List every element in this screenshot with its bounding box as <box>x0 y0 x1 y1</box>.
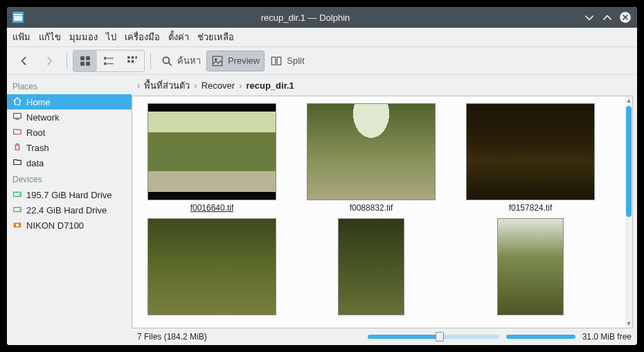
free-space-bar <box>506 335 575 339</box>
menu-file[interactable]: แฟ้ม <box>12 30 30 44</box>
svg-rect-13 <box>132 56 134 58</box>
zoom-slider[interactable] <box>368 335 499 339</box>
svg-rect-11 <box>107 63 114 64</box>
sidebar-item-label: data <box>26 158 44 168</box>
menu-tools[interactable]: เครื่องมือ <box>125 30 160 44</box>
view-mode-group <box>73 50 145 72</box>
forward-button[interactable] <box>37 51 61 71</box>
split-button[interactable]: Split <box>266 51 308 71</box>
svg-rect-10 <box>104 62 106 64</box>
svg-rect-12 <box>127 56 129 58</box>
menu-edit[interactable]: แก้ไข <box>39 30 61 44</box>
file-thumbnail[interactable] <box>305 218 437 315</box>
breadcrumb-recover[interactable]: Recover <box>202 80 235 91</box>
breadcrumb-home[interactable]: พื้นที่ส่วนตัว <box>144 78 190 93</box>
sidebar-item-trash[interactable]: Trash <box>7 140 132 155</box>
thumbnail-image <box>147 103 276 200</box>
file-name-label: f0016640.tif <box>190 203 234 213</box>
home-icon <box>12 96 22 108</box>
scroll-thumb[interactable] <box>626 106 632 217</box>
sidebar-item-home[interactable]: Home <box>7 94 132 109</box>
thumbnail-image <box>497 218 564 315</box>
device-label: NIKON D7100 <box>26 220 84 231</box>
chevron-right-icon: › <box>137 80 140 91</box>
vertical-scrollbar[interactable]: ▲ ▼ <box>625 96 632 328</box>
sidebar-item-label: Network <box>26 112 60 123</box>
separator <box>150 53 151 69</box>
device-item[interactable]: NIKON D7100 <box>7 218 132 233</box>
maximize-button[interactable] <box>601 11 614 24</box>
menubar: แฟ้ม แก้ไข มุมมอง ไป เครื่องมือ ตั้งค่า … <box>7 28 637 47</box>
svg-rect-9 <box>107 58 114 58</box>
folder-icon <box>12 157 22 169</box>
menu-settings[interactable]: ตั้งค่า <box>168 30 189 44</box>
sidebar-item-label: Home <box>26 97 51 107</box>
file-name-label: f0157824.tif <box>509 203 553 213</box>
search-label: ค้นหา <box>177 53 201 68</box>
svg-point-26 <box>19 194 21 195</box>
thumbnail-image <box>338 218 404 315</box>
file-name-label: f0088832.tif <box>350 203 393 213</box>
window-title: recup_dir.1 — Dolphin <box>28 12 583 23</box>
sidebar-item-network[interactable]: Network <box>7 109 132 125</box>
device-item[interactable]: 22.4 GiB Hard Drive <box>7 202 132 218</box>
sidebar-item-root[interactable]: Root <box>7 125 132 140</box>
camera-icon <box>12 220 22 231</box>
minimize-button[interactable] <box>583 11 596 24</box>
places-panel: Places HomeNetworkRootTrashdata Devices … <box>7 75 132 345</box>
svg-rect-4 <box>80 56 84 60</box>
svg-rect-7 <box>86 62 90 66</box>
chevron-right-icon: › <box>239 80 242 91</box>
scroll-down-icon[interactable]: ▼ <box>625 319 632 328</box>
svg-rect-6 <box>80 62 84 66</box>
split-label: Split <box>287 55 304 66</box>
thumbnail-image <box>307 103 436 200</box>
file-thumbnail[interactable] <box>465 218 596 315</box>
icons-view-button[interactable] <box>73 51 97 71</box>
free-space-label: 31.0 MiB free <box>582 332 632 342</box>
drive-icon <box>12 189 22 201</box>
file-thumbnail[interactable]: f0157824.tif <box>465 103 596 213</box>
close-button[interactable] <box>619 11 632 24</box>
drive-icon <box>12 204 22 216</box>
device-item[interactable]: 195.7 GiB Hard Drive <box>7 187 132 202</box>
thumbnail-image <box>466 103 595 200</box>
file-thumbnail[interactable] <box>146 218 278 315</box>
file-thumbnail[interactable]: f0088832.tif <box>305 103 437 213</box>
svg-rect-5 <box>86 56 90 60</box>
svg-rect-16 <box>132 60 134 62</box>
file-view: f0016640.tiff0088832.tiff0157824.tif ▲ ▼ <box>132 96 633 328</box>
preview-button[interactable]: Preview <box>206 51 265 71</box>
devices-header: Devices <box>7 170 132 187</box>
sidebar-item-data[interactable]: data <box>7 155 132 170</box>
app-icon <box>12 12 24 23</box>
menu-go[interactable]: ไป <box>106 30 116 44</box>
scroll-up-icon[interactable]: ▲ <box>625 96 632 105</box>
sidebar-item-label: Trash <box>26 143 49 153</box>
preview-label: Preview <box>228 55 260 66</box>
breadcrumb: › พื้นที่ส่วนตัว › Recover › recup_dir.1 <box>132 75 637 96</box>
svg-rect-21 <box>272 57 276 64</box>
network-icon <box>12 112 22 123</box>
breadcrumb-current[interactable]: recup_dir.1 <box>246 80 294 91</box>
back-button[interactable] <box>12 51 36 71</box>
svg-rect-1 <box>14 14 22 15</box>
folder-red-icon <box>12 127 22 139</box>
separator <box>66 53 67 69</box>
svg-rect-23 <box>14 113 21 118</box>
sidebar-item-label: Root <box>26 127 45 138</box>
titlebar[interactable]: recup_dir.1 — Dolphin <box>7 7 637 28</box>
svg-rect-15 <box>127 60 129 62</box>
details-view-button[interactable] <box>120 51 144 71</box>
search-button[interactable]: ค้นหา <box>156 51 205 71</box>
svg-point-17 <box>163 57 169 63</box>
svg-point-20 <box>215 58 217 60</box>
svg-rect-2 <box>14 16 22 21</box>
svg-rect-8 <box>104 57 106 59</box>
toolbar: ค้นหา Preview Split <box>7 47 637 75</box>
menu-view[interactable]: มุมมอง <box>69 30 98 44</box>
menu-help[interactable]: ช่วยเหลือ <box>197 30 234 44</box>
file-thumbnail[interactable]: f0016640.tif <box>146 103 278 213</box>
chevron-right-icon: › <box>194 80 197 91</box>
compact-view-button[interactable] <box>97 51 120 71</box>
